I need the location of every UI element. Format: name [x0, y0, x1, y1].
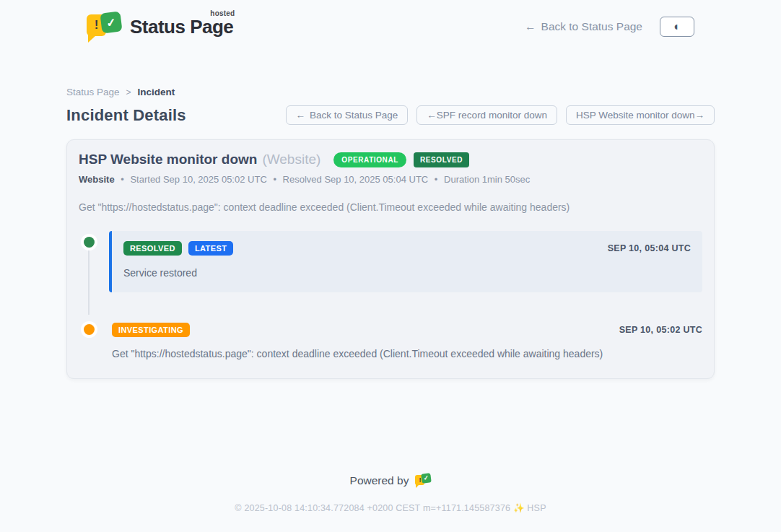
timeline-message: Service restored: [123, 267, 691, 279]
header: ! ✓ Status Page hosted ← Back to Status …: [0, 0, 781, 52]
status-page-mini-logo-icon: ! ✓: [415, 473, 431, 488]
next-incident-label: HSP Website monitor down: [576, 110, 695, 121]
incident-card: HSP Website monitor down (Website) OPERA…: [66, 139, 715, 379]
latest-badge: LATEST: [188, 241, 233, 256]
meta-resolved: Resolved Sep 10, 2025 05:04 UTC: [283, 174, 429, 185]
meta-bullet: •: [435, 174, 438, 185]
operational-status-badge: OPERATIONAL: [333, 152, 406, 167]
back-button-label: Back to Status Page: [310, 110, 398, 121]
timeline-timestamp: SEP 10, 05:02 UTC: [619, 325, 702, 335]
theme-toggle-button[interactable]: ◐: [660, 17, 694, 37]
arrow-left-icon: ←: [296, 110, 306, 121]
brand-name: Status Page hosted: [130, 16, 233, 38]
resolved-status-badge: RESOLVED: [414, 152, 469, 167]
status-page-logo-icon: ! ✓: [87, 12, 121, 42]
breadcrumb: Status Page > Incident: [66, 87, 715, 97]
next-incident-button[interactable]: HSP Website monitor down →: [566, 105, 715, 125]
timeline-entry-card: INVESTIGATING SEP 10, 05:02 UTC Get "htt…: [109, 318, 702, 359]
brand-tag: hosted: [210, 9, 235, 17]
incident-nav-buttons: ← Back to Status Page ← SPF record monit…: [286, 105, 715, 125]
meta-duration: Duration 1min 50sec: [444, 174, 530, 185]
timeline-dot-green: [84, 237, 95, 248]
incident-component: (Website): [262, 152, 320, 167]
investigating-badge: INVESTIGATING: [112, 323, 190, 337]
timeline-message: Get "https://hostedstatus.page": context…: [112, 348, 702, 359]
copyright-text: © 2025-10-08 14:10:34.772084 +0200 CEST …: [0, 502, 781, 513]
breadcrumb-root[interactable]: Status Page: [66, 87, 120, 97]
arrow-left-icon: ←: [427, 110, 437, 121]
resolved-badge: RESOLVED: [123, 241, 182, 256]
meta-started: Started Sep 10, 2025 05:02 UTC: [130, 174, 266, 185]
back-link-label: Back to Status Page: [541, 20, 642, 33]
previous-incident-button[interactable]: ← SPF record monitor down: [416, 105, 557, 125]
incident-description: Get "https://hostedstatus.page": context…: [79, 201, 702, 213]
incident-timeline: RESOLVED LATEST SEP 10, 05:04 UTC Servic…: [79, 231, 702, 359]
meta-component: Website: [79, 174, 115, 185]
brand-logo[interactable]: ! ✓ Status Page hosted: [87, 12, 233, 42]
check-icon: ✓: [100, 11, 122, 33]
timeline-timestamp: SEP 10, 05:04 UTC: [608, 243, 691, 253]
footer: Powered by ! ✓ © 2025-10-08 14:10:34.772…: [0, 473, 781, 532]
back-to-status-page-button[interactable]: ← Back to Status Page: [286, 105, 409, 125]
incident-meta: Website • Started Sep 10, 2025 05:02 UTC…: [79, 174, 702, 185]
breadcrumb-separator-icon: >: [126, 87, 131, 97]
arrow-right-icon: →: [695, 110, 705, 121]
main-content: Status Page > Incident Incident Details …: [66, 52, 715, 379]
meta-bullet: •: [121, 174, 124, 185]
breadcrumb-current: Incident: [138, 87, 175, 97]
powered-by[interactable]: Powered by ! ✓: [350, 473, 432, 488]
page-title: Incident Details: [66, 106, 186, 125]
powered-by-label: Powered by: [350, 474, 409, 487]
timeline-dot-orange: [84, 324, 95, 335]
timeline-entry-resolved: RESOLVED LATEST SEP 10, 05:04 UTC Servic…: [79, 231, 702, 292]
arrow-left-icon: ←: [525, 20, 536, 33]
incident-title: HSP Website monitor down: [79, 152, 257, 167]
timeline-entry-card: RESOLVED LATEST SEP 10, 05:04 UTC Servic…: [109, 231, 702, 292]
back-to-status-page-link[interactable]: ← Back to Status Page: [525, 20, 642, 33]
brand-name-text: Status Page: [130, 16, 233, 38]
previous-incident-label: SPF record monitor down: [437, 110, 547, 121]
theme-toggle-icon: ◐: [673, 20, 681, 33]
check-icon: ✓: [422, 473, 432, 483]
meta-bullet: •: [273, 174, 276, 185]
timeline-entry-investigating: INVESTIGATING SEP 10, 05:02 UTC Get "htt…: [79, 318, 702, 359]
